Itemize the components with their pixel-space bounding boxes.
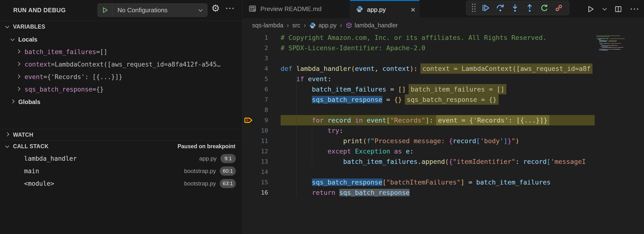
code-line[interactable]: 1# Copyright Amazon.com, Inc. or its aff… [242, 32, 595, 43]
line-number[interactable]: 4 [242, 63, 280, 74]
code-token: 'messageI [550, 158, 586, 165]
indent-guide [296, 84, 296, 94]
tab-preview-readme[interactable]: Preview README.md [242, 0, 350, 18]
code-token: return [312, 189, 336, 196]
line-number[interactable]: 16 [242, 187, 280, 198]
code-token [324, 117, 328, 124]
variable-row[interactable]: context = LambdaContext([aws_request_id=… [0, 58, 242, 71]
variable-row[interactable]: event = {'Records': [{...}]} [0, 71, 242, 83]
line-number[interactable]: 11 [242, 136, 280, 146]
divider [0, 140, 242, 140]
line-number[interactable]: 13 [242, 156, 280, 167]
restart-icon[interactable] [540, 3, 549, 12]
variables-section-header[interactable]: VARIABLES [0, 21, 242, 32]
indent-guide [312, 136, 312, 146]
breadcrumb-item-lambda-handler[interactable]: lambda_handler [346, 22, 398, 29]
minimap-line [596, 46, 644, 47]
code-line[interactable]: 10 try: [242, 125, 595, 136]
code-line[interactable]: 3 [242, 53, 595, 63]
code-line[interactable]: 7 sqs_batch_response = {}sqs_batch_respo… [242, 94, 595, 105]
code-line[interactable]: 12 except Exception as e: [242, 146, 595, 156]
sidebar-header: RUN AND DEBUG No Configurations ⚙ ··· [0, 0, 242, 21]
line-number[interactable]: 8 [242, 105, 280, 115]
call-stack-section-header[interactable]: CALL STACK Paused on breakpoint [0, 141, 242, 152]
more-actions-icon[interactable]: ··· [226, 4, 235, 12]
divider [0, 21, 242, 21]
code-line[interactable]: 6 batch_item_failures = []batch_item_fai… [242, 84, 595, 94]
minimap-line [596, 42, 644, 43]
code-token: ] [504, 137, 508, 145]
line-number[interactable]: 2 [242, 43, 280, 53]
line-number[interactable]: 12 [242, 146, 280, 156]
line-number[interactable]: 5 [242, 74, 280, 84]
code-token: print [343, 137, 363, 145]
code-line[interactable]: 2# SPDX-License-Identifier: Apache-2.0 [242, 43, 595, 53]
minimap-line [596, 36, 644, 37]
more-actions-icon[interactable]: ··· [630, 5, 640, 13]
stack-frame-row[interactable]: mainbootstrap.py60:1 [0, 165, 242, 177]
breadcrumb-separator: › [286, 21, 289, 29]
code-line[interactable]: 15 sqs_batch_response["batchItemFailures… [242, 177, 595, 187]
code-line-content: sqs_batch_response["batchItemFailures"] … [280, 177, 595, 187]
minimap[interactable] [596, 36, 644, 51]
close-icon[interactable]: × [410, 5, 416, 14]
line-number[interactable]: 3 [242, 53, 280, 63]
code-line-content: batch_item_failures = []batch_item_failu… [280, 84, 595, 94]
code-token [351, 117, 355, 124]
line-number[interactable]: 15 [242, 177, 280, 187]
toolbar-gripper-icon[interactable] [472, 3, 476, 12]
line-number[interactable]: 9 [242, 115, 280, 125]
code-token: : [515, 158, 519, 165]
code-line[interactable]: 11 print(f"Processed message: {record['b… [242, 136, 595, 146]
code-line-content: batch_item_failures.append({"itemIdentif… [280, 156, 595, 167]
breadcrumb-item-app-py[interactable]: app.py [309, 22, 336, 29]
gear-icon[interactable]: ⚙ [211, 3, 220, 14]
run-dropdown-chevron-icon[interactable] [603, 8, 606, 10]
continue-icon[interactable] [481, 3, 490, 12]
line-number[interactable]: 10 [242, 125, 280, 136]
code-line[interactable]: 4def lambda_handler(event, context):cont… [242, 63, 595, 74]
code-token: ] [426, 117, 429, 124]
code-line[interactable]: 16 return sqs_batch_response [242, 187, 595, 198]
run-python-file-icon[interactable] [587, 5, 595, 13]
minimap-line [596, 50, 644, 50]
variables-group-locals[interactable]: Locals [0, 33, 242, 46]
code-line[interactable]: 8 [242, 105, 595, 115]
line-number[interactable]: 14 [242, 167, 280, 177]
code-token [280, 75, 296, 83]
variables-group-globals[interactable]: Globals [0, 96, 242, 108]
start-debugging-icon[interactable] [98, 3, 113, 16]
code-line[interactable]: 5 if event: [242, 74, 595, 84]
disconnect-icon[interactable] [554, 3, 564, 12]
tab-app-py[interactable]: app.py × [350, 0, 420, 18]
stack-frame-row[interactable]: <module>bootstrap.py63:1 [0, 177, 242, 190]
code-line[interactable]: 14 [242, 167, 595, 177]
step-into-icon[interactable] [510, 3, 520, 12]
variable-row[interactable]: sqs_batch_response = {} [0, 83, 242, 96]
chevron-right-icon [16, 75, 20, 79]
variable-row[interactable]: batch_item_failures = [] [0, 46, 242, 58]
inline-debug-value: sqs_batch_response = {} [405, 94, 499, 105]
line-number[interactable]: 1 [242, 32, 280, 43]
variables-title: VARIABLES [13, 23, 45, 30]
line-number[interactable]: 6 [242, 84, 280, 94]
minimap-line [596, 44, 644, 45]
step-out-icon[interactable] [525, 3, 534, 12]
breadcrumb-item-src[interactable]: src [292, 22, 300, 29]
debug-config-dropdown[interactable]: No Configurations [98, 3, 208, 17]
frame-file: bootstrap.py [184, 168, 216, 174]
watch-section-header[interactable]: WATCH [0, 129, 242, 140]
code-line[interactable]: 9 for record in event["Records"]:event =… [242, 115, 595, 125]
code-token: append [422, 158, 445, 165]
code-token [519, 158, 523, 165]
group-label: Locals [18, 36, 37, 43]
split-editor-icon[interactable] [614, 5, 622, 13]
frame-name: <module> [24, 180, 184, 187]
code-line[interactable]: 13 batch_item_failures.append({"itemIden… [242, 156, 595, 167]
step-over-icon[interactable] [496, 3, 505, 12]
line-number[interactable]: 7 [242, 94, 280, 105]
stack-frame-row[interactable]: lambda_handlerapp.py9:1 [0, 152, 242, 165]
chevron-down-icon [10, 37, 15, 41]
breadcrumb-item-sqs-lambda[interactable]: sqs-lambda [252, 22, 283, 29]
code-token: def [280, 65, 292, 72]
